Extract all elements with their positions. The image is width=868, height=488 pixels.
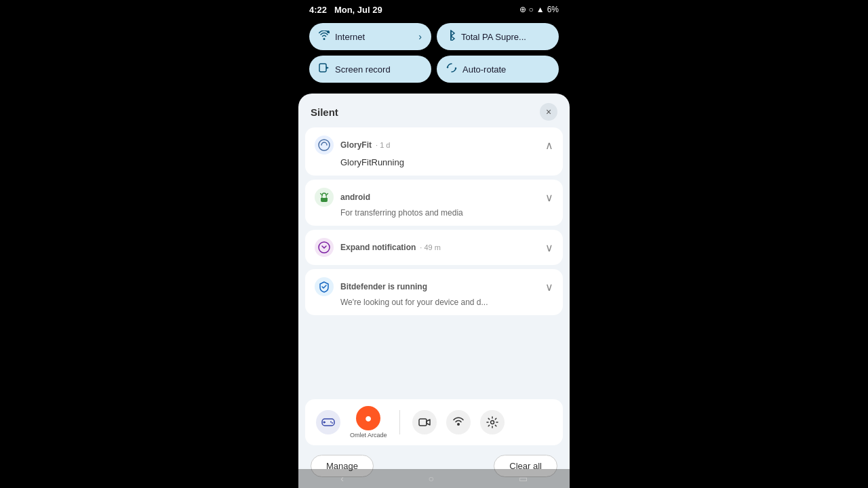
svg-rect-2: [319, 64, 326, 72]
expand-name: Expand notification: [340, 243, 416, 252]
battery-text: 6%: [547, 5, 559, 14]
tile-bluetooth[interactable]: Total PA Supre...: [437, 23, 559, 50]
expand-time: · 49 m: [420, 243, 441, 251]
back-nav[interactable]: ‹: [340, 473, 344, 484]
svg-point-4: [322, 197, 323, 198]
notif-android[interactable]: android ∨ For transferring photos and me…: [305, 180, 563, 226]
divider: [399, 410, 400, 434]
gloryfit-content: GloryFitRunning: [340, 157, 553, 167]
svg-point-13: [330, 422, 332, 423]
tile-internet-label: Internet: [335, 32, 365, 42]
notification-list: GloryFit · 1 d ∧ GloryFitRunning: [298, 127, 570, 396]
game-icon[interactable]: [316, 410, 340, 434]
circle-icon: ○: [529, 5, 534, 14]
notif-bitdefender-header: Bitdefender is running ∨: [315, 277, 553, 296]
recents-nav[interactable]: ▭: [519, 473, 528, 484]
close-button[interactable]: ×: [540, 103, 557, 121]
svg-point-5: [326, 197, 327, 198]
android-meta: android: [340, 192, 538, 202]
tile-screenrecord[interactable]: Screen record: [309, 56, 431, 83]
bitdefender-sub: We're looking out for your device and d.…: [340, 298, 553, 307]
panel-title: Silent: [311, 106, 338, 118]
expand-notif-icon: [315, 238, 334, 257]
svg-line-6: [321, 194, 322, 195]
wifi-icon: [319, 30, 330, 43]
autorotate-icon: [446, 62, 457, 76]
svg-rect-15: [419, 419, 427, 426]
app-shortcuts-row: ● Omlet Arcade: [305, 399, 563, 445]
svg-point-0: [327, 30, 330, 33]
tile-internet-arrow: ›: [418, 31, 422, 42]
gloryfit-time: · 1 d: [376, 141, 390, 149]
notif-gloryfit-header: GloryFit · 1 d ∧: [315, 136, 553, 155]
status-icons: ⊕ ○ ▲ 6%: [519, 5, 559, 14]
quick-tiles: Internet › Total PA Supre... Screen reco…: [298, 19, 570, 87]
wifi-icon: ▲: [536, 5, 545, 14]
date-text: Mon, Jul 29: [334, 5, 382, 15]
bluetooth-icon: ⊕: [519, 5, 526, 14]
notif-expand[interactable]: Expand notification · 49 m ∨: [305, 230, 563, 265]
gloryfit-meta: GloryFit · 1 d: [340, 140, 538, 150]
tile-autorotate[interactable]: Auto-rotate: [437, 56, 559, 83]
gloryfit-name: GloryFit: [340, 140, 372, 150]
bitdefender-meta: Bitdefender is running: [340, 282, 538, 291]
android-sub: For transferring photos and media: [340, 208, 553, 218]
tile-autorotate-label: Auto-rotate: [462, 64, 506, 75]
svg-point-14: [332, 422, 333, 424]
bitdefender-chevron-down[interactable]: ∨: [545, 281, 553, 293]
gloryfit-chevron-up[interactable]: ∧: [545, 139, 553, 152]
svg-point-16: [457, 423, 460, 426]
omlet-icon[interactable]: ●: [356, 406, 380, 430]
gloryfit-icon: [315, 136, 334, 155]
tile-internet[interactable]: Internet ›: [309, 23, 431, 50]
bitdefender-icon: [315, 277, 334, 296]
expand-chevron-down[interactable]: ∨: [545, 241, 553, 254]
phone-area: 4:22 Mon, Jul 29 ⊕ ○ ▲ 6% Internet: [298, 0, 570, 488]
tile-bluetooth-label: Total PA Supre...: [461, 32, 526, 42]
expand-meta: Expand notification · 49 m: [340, 243, 538, 252]
status-time: 4:22 Mon, Jul 29: [309, 5, 382, 15]
status-bar: 4:22 Mon, Jul 29 ⊕ ○ ▲ 6%: [298, 0, 570, 19]
screenrecord-icon: [319, 63, 330, 75]
notif-gloryfit[interactable]: GloryFit · 1 d ∧ GloryFitRunning: [305, 127, 563, 176]
notification-panel: Silent × GloryFit · 1 d: [298, 94, 570, 488]
omlet-shortcut[interactable]: ● Omlet Arcade: [350, 406, 387, 439]
android-icon: [315, 188, 334, 207]
tile-screenrecord-label: Screen record: [335, 64, 391, 75]
time-text: 4:22: [309, 5, 327, 15]
notif-expand-header: Expand notification · 49 m ∨: [315, 238, 553, 257]
android-name: android: [340, 192, 370, 202]
panel-header: Silent ×: [298, 94, 570, 127]
android-chevron-down[interactable]: ∨: [545, 191, 553, 204]
settings-action[interactable]: [480, 410, 505, 434]
home-nav[interactable]: ○: [429, 473, 434, 484]
bluetooth-tile-icon: [446, 30, 456, 43]
broadcast-action[interactable]: [446, 410, 471, 434]
notif-android-header: android ∨: [315, 188, 553, 207]
svg-line-7: [327, 194, 328, 195]
video-cam-action[interactable]: [412, 410, 437, 434]
svg-point-3: [319, 140, 330, 150]
notif-bitdefender[interactable]: Bitdefender is running ∨ We're looking o…: [305, 269, 563, 315]
omlet-label: Omlet Arcade: [350, 432, 387, 439]
bitdefender-name: Bitdefender is running: [340, 282, 427, 291]
nav-bar: ‹ ○ ▭: [298, 469, 570, 488]
svg-point-17: [490, 421, 494, 424]
game-shortcut[interactable]: [316, 410, 340, 434]
